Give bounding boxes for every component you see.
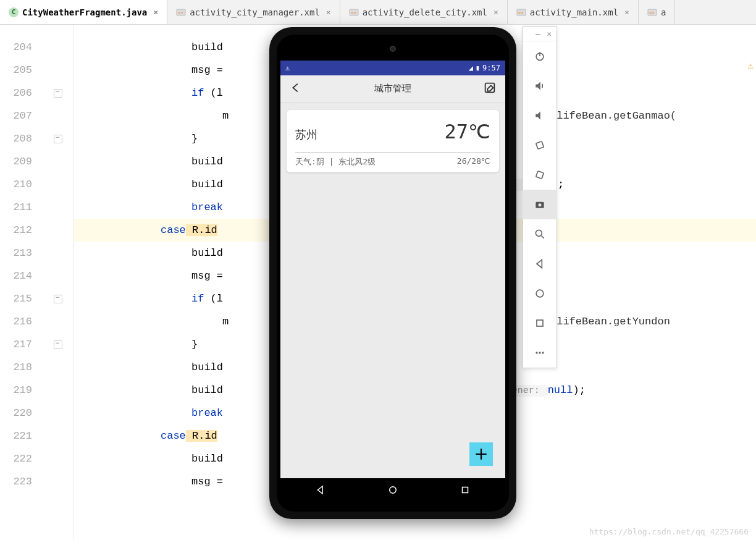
code-keyword: break (191, 407, 223, 419)
code-text: (l (204, 293, 223, 305)
emulator-minimize-button[interactable]: – (536, 29, 540, 38)
code-text: } (191, 133, 198, 145)
add-city-button[interactable] (469, 442, 493, 466)
line-number: 214 (0, 264, 42, 287)
line-number-gutter: 2042052062072082092102112122132142152162… (0, 25, 42, 540)
code-text: +lifeBean.getGanmao( (550, 110, 676, 122)
svg-rect-18 (537, 320, 543, 326)
android-emulator: ⚠ ◢ ▮ 9:57 城市管理 苏州 27℃ (269, 27, 516, 535)
fold-marker-icon[interactable] (54, 89, 62, 98)
svg-point-9 (390, 487, 397, 494)
emu-back-icon[interactable] (523, 249, 557, 279)
tab-close-icon[interactable]: × (624, 7, 629, 17)
line-number: 211 (0, 196, 42, 219)
line-number: 218 (0, 356, 42, 379)
code-text: ); (573, 384, 585, 396)
code-text: build (191, 247, 223, 259)
warning-icon[interactable]: ⚠ (747, 59, 754, 72)
more-icon[interactable] (523, 338, 557, 368)
line-number: 222 (0, 447, 42, 470)
tab-activity-delete-city[interactable]: <> activity_delete_city.xml × (340, 0, 508, 24)
code-text: msg = (191, 270, 223, 282)
line-number: 217 (0, 333, 42, 356)
code-text: msg = (191, 64, 223, 76)
fold-marker-icon[interactable] (54, 135, 62, 143)
tab-activity-city-manager[interactable]: <> activity_city_manager.xml × (167, 0, 340, 24)
xml-file-icon: <> (647, 7, 657, 17)
line-number: 205 (0, 59, 42, 82)
code-text: +lifeBean.getYundon (550, 316, 670, 327)
camera-dot (390, 46, 396, 52)
line-number: 208 (0, 127, 42, 150)
tab-label: a (661, 7, 666, 17)
line-number: 221 (0, 424, 42, 447)
line-number: 207 (0, 104, 42, 127)
rotate-right-icon[interactable] (523, 160, 557, 190)
code-keyword: case (161, 430, 186, 442)
emulator-toolbar: – × (523, 26, 557, 368)
line-number: 220 (0, 402, 42, 424)
code-text: } (191, 339, 198, 350)
tab-close-icon[interactable]: × (494, 7, 498, 17)
svg-point-15 (539, 203, 542, 206)
line-number: 213 (0, 242, 42, 264)
tab-cityweatherfragment[interactable]: C CityWeatherFragment.java × (0, 0, 167, 24)
line-number: 216 (0, 310, 42, 333)
android-status-bar: ⚠ ◢ ▮ 9:57 (280, 61, 505, 75)
tab-label: activity_delete_city.xml (363, 7, 487, 17)
edit-icon[interactable] (483, 81, 497, 97)
city-weather-card[interactable]: 苏州 27℃ 天气:阴 | 东北风2级 26/28℃ (287, 110, 499, 172)
fold-marker-icon[interactable] (54, 340, 62, 349)
line-number: 223 (0, 470, 42, 493)
rotate-left-icon[interactable] (523, 130, 557, 160)
tab-close-icon[interactable]: × (326, 7, 331, 17)
back-icon[interactable] (289, 81, 303, 97)
code-text: msg = (191, 476, 223, 487)
fold-marker-icon[interactable] (54, 295, 62, 303)
status-time: 9:57 (482, 64, 500, 72)
emu-home-icon[interactable] (523, 279, 557, 308)
svg-point-20 (539, 352, 540, 353)
nav-back-icon[interactable] (315, 484, 326, 498)
svg-rect-12 (536, 141, 544, 150)
tab-truncated[interactable]: <> a (639, 0, 675, 24)
power-icon[interactable] (523, 41, 557, 71)
city-temperature: 27℃ (444, 120, 490, 143)
svg-text:<>: <> (178, 11, 183, 15)
emulator-close-button[interactable]: × (547, 29, 552, 38)
code-text: build (191, 384, 223, 396)
svg-text:<>: <> (649, 11, 654, 15)
java-file-icon: C (9, 7, 19, 17)
nav-recent-icon[interactable] (460, 484, 471, 498)
svg-rect-13 (536, 171, 544, 179)
line-number: 219 (0, 379, 42, 402)
city-name: 苏州 (295, 127, 317, 142)
volume-up-icon[interactable] (523, 71, 557, 101)
zoom-icon[interactable] (523, 219, 557, 249)
city-temp-range: 26/28℃ (457, 156, 490, 167)
code-keyword: if (191, 87, 204, 99)
code-text: m (222, 110, 229, 122)
code-identifier: R.id (186, 430, 217, 442)
screenshot-icon[interactable] (523, 190, 557, 219)
svg-text:<>: <> (351, 11, 356, 15)
line-number: 209 (0, 150, 42, 173)
android-nav-bar (284, 478, 502, 504)
nav-home-icon[interactable] (387, 484, 398, 498)
tab-close-icon[interactable]: × (153, 7, 158, 17)
xml-file-icon: <> (176, 7, 186, 17)
svg-rect-10 (463, 487, 468, 493)
svg-point-17 (536, 290, 544, 297)
code-keyword: break (191, 201, 223, 213)
code-keyword: if (191, 293, 204, 305)
emu-recent-icon[interactable] (523, 308, 557, 338)
svg-text:<>: <> (518, 11, 523, 15)
tab-activity-main[interactable]: <> activity_main.xml × (508, 0, 639, 24)
phone-frame: ⚠ ◢ ▮ 9:57 城市管理 苏州 27℃ (269, 27, 516, 519)
code-text: (l (204, 87, 223, 99)
xml-file-icon: <> (349, 7, 359, 17)
volume-down-icon[interactable] (523, 101, 557, 130)
battery-icon: ▮ (476, 64, 480, 72)
phone-screen[interactable]: ⚠ ◢ ▮ 9:57 城市管理 苏州 27℃ (280, 61, 505, 478)
city-weather-wind: 天气:阴 | 东北风2级 (295, 156, 376, 167)
